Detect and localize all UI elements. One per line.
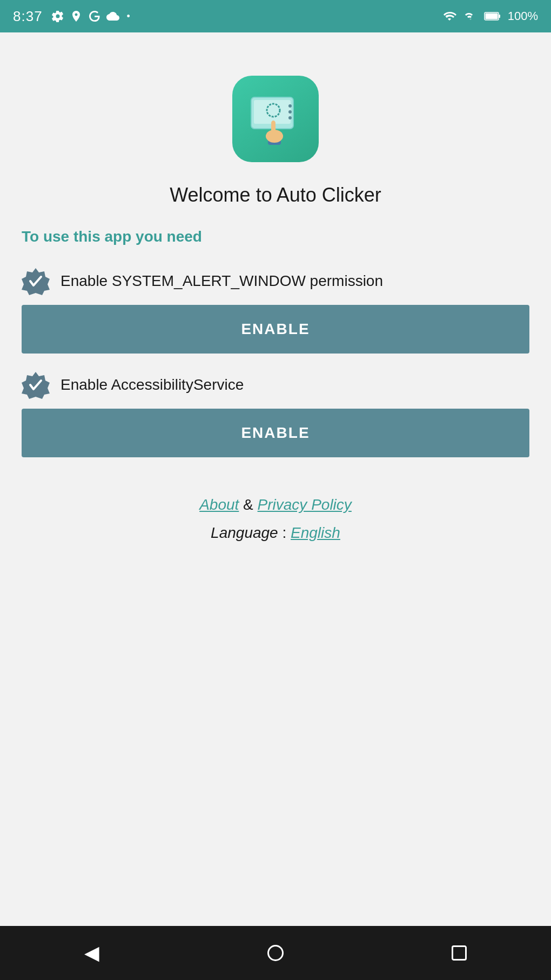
status-bar: 8:37 • — [0, 0, 551, 32]
about-link[interactable]: About — [199, 496, 239, 513]
permission-label-2: Enable AccessibilityService — [22, 371, 529, 399]
battery-icon — [484, 10, 501, 23]
status-bar-left: 8:37 • — [13, 8, 130, 25]
svg-rect-1 — [485, 14, 498, 19]
enable-button-1[interactable]: ENABLE — [22, 305, 529, 354]
cloud-icon — [106, 10, 122, 23]
nav-bar: ◀ — [0, 926, 551, 980]
wifi-icon — [443, 10, 458, 23]
battery-percent: 100% — [508, 9, 538, 23]
links-separator: & — [243, 496, 257, 513]
svg-point-6 — [288, 104, 292, 108]
links-row: About & Privacy Policy — [199, 496, 352, 514]
nav-recent-icon — [452, 945, 467, 961]
nav-home-icon — [267, 945, 284, 961]
permission-text-1: Enable SYSTEM_ALERT_WINDOW permission — [61, 272, 383, 290]
gear-icon — [51, 10, 64, 23]
subtitle: To use this app you need — [22, 228, 529, 245]
main-content: Welcome to Auto Clicker To use this app … — [0, 32, 551, 926]
nav-recent-button[interactable] — [438, 931, 481, 975]
links-section: About & Privacy Policy Language : Englis… — [199, 496, 352, 542]
svg-point-7 — [288, 110, 292, 114]
status-icons: • — [51, 10, 130, 23]
permission-item-2: Enable AccessibilityService ENABLE — [22, 371, 529, 457]
svg-rect-2 — [499, 15, 500, 18]
welcome-text: Welcome to Auto Clicker — [170, 184, 381, 206]
permission-label-1: Enable SYSTEM_ALERT_WINDOW permission — [22, 267, 529, 295]
app-icon-svg — [243, 86, 308, 151]
nav-back-icon: ◀ — [84, 942, 99, 964]
check-badge-icon-2 — [22, 371, 50, 399]
permission-text-2: Enable AccessibilityService — [61, 376, 244, 394]
status-bar-right: 100% — [443, 9, 538, 23]
permission-item-1: Enable SYSTEM_ALERT_WINDOW permission EN… — [22, 267, 529, 354]
svg-point-8 — [288, 116, 292, 119]
privacy-policy-link[interactable]: Privacy Policy — [258, 496, 352, 513]
nav-back-button[interactable]: ◀ — [70, 931, 113, 975]
signal-icon — [465, 10, 478, 23]
notification-dot: • — [127, 11, 130, 22]
language-separator: : — [282, 524, 291, 541]
status-time: 8:37 — [13, 8, 43, 25]
google-icon — [88, 10, 101, 23]
language-value[interactable]: English — [291, 524, 340, 541]
language-label: Language — [211, 524, 278, 541]
location-icon — [70, 10, 83, 23]
check-badge-icon-1 — [22, 267, 50, 295]
app-icon — [232, 76, 319, 162]
nav-home-button[interactable] — [254, 931, 297, 975]
enable-button-2[interactable]: ENABLE — [22, 409, 529, 457]
svg-point-12 — [271, 121, 276, 126]
language-row: Language : English — [199, 524, 352, 542]
